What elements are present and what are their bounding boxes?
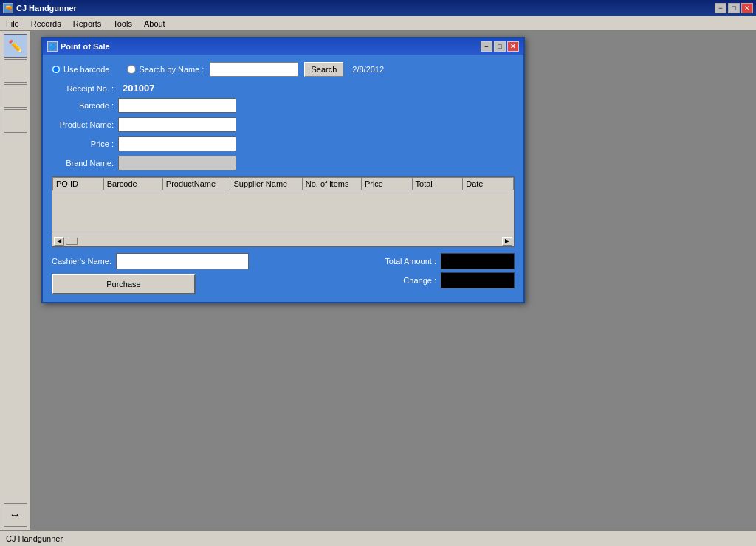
name-radio-label[interactable]: Search by Name : <box>127 65 204 74</box>
menu-file[interactable]: File <box>0 18 25 30</box>
cashier-input[interactable] <box>116 253 249 269</box>
purchase-table: PO ID Barcode ProductName Supplier Name … <box>52 177 514 190</box>
menu-about[interactable]: About <box>138 18 171 30</box>
scroll-thumb[interactable] <box>66 238 78 245</box>
date-display: 2/8/2012 <box>352 65 384 74</box>
col-date: Date <box>463 178 514 190</box>
brand-name-input[interactable] <box>118 156 236 170</box>
title-bar-buttons: − □ ✕ <box>715 3 753 13</box>
dialog-icon: 🔷 <box>47 41 58 52</box>
col-supplier-name: Supplier Name <box>230 178 302 190</box>
bottom-left: Cashier's Name: Purchase <box>52 253 368 294</box>
app-title: CJ Handgunner <box>16 4 712 13</box>
sidebar-btn-edit[interactable]: ✏️ <box>4 34 27 58</box>
close-button[interactable]: ✕ <box>741 3 753 13</box>
app-icon: 🔫 <box>3 3 13 13</box>
col-barcode: Barcode <box>103 178 162 190</box>
minimize-button[interactable]: − <box>715 3 726 13</box>
product-name-input[interactable] <box>118 117 236 132</box>
dialog-minimize-btn[interactable]: − <box>481 41 492 52</box>
menu-records[interactable]: Records <box>25 18 67 30</box>
status-text: CJ Handgunner <box>6 534 63 543</box>
dialog-title-bar: 🔷 Point of Sale − □ ✕ <box>43 38 523 55</box>
change-field <box>441 272 515 288</box>
scroll-left-arrow[interactable]: ◀ <box>54 237 64 246</box>
app-title-bar: 🔫 CJ Handgunner − □ ✕ <box>0 0 756 16</box>
barcode-label: Barcode : <box>52 101 118 110</box>
receipt-label: Receipt No. : <box>52 84 118 93</box>
total-amount-field <box>441 253 515 269</box>
dialog-title: Point of Sale <box>61 42 478 51</box>
search-name-input[interactable] <box>210 62 298 77</box>
price-input[interactable] <box>118 136 236 151</box>
col-num-items: No. of items <box>302 178 361 190</box>
scroll-right-arrow[interactable]: ▶ <box>502 237 512 246</box>
sidebar-btn-4[interactable]: ↔ <box>4 503 27 527</box>
brand-name-label: Brand Name: <box>52 159 118 167</box>
product-name-row: Product Name: <box>52 117 515 132</box>
sidebar-btn-3[interactable] <box>4 109 27 133</box>
receipt-row: Receipt No. : 201007 <box>52 83 515 94</box>
total-amount-label: Total Amount : <box>374 257 436 266</box>
barcode-radio-label[interactable]: Use barcode <box>52 65 109 74</box>
bottom-area: Cashier's Name: Purchase Total Amount : … <box>52 253 515 294</box>
table-scrollbar[interactable]: ◀ ▶ <box>52 235 514 246</box>
search-button[interactable]: Search <box>304 62 343 77</box>
desktop: 🔷 Point of Sale − □ ✕ Use barcode <box>31 31 756 530</box>
name-radio-text: Search by Name : <box>139 65 204 74</box>
menu-tools[interactable]: Tools <box>107 18 138 30</box>
barcode-radio[interactable] <box>52 65 61 74</box>
dialog-close-btn[interactable]: ✕ <box>507 41 519 52</box>
table-scroll-area <box>52 190 514 235</box>
dialog-title-buttons: − □ ✕ <box>481 41 519 52</box>
col-product-name: ProductName <box>162 178 230 190</box>
total-amount-row: Total Amount : <box>374 253 515 269</box>
receipt-value: 201007 <box>123 83 154 94</box>
maximize-button[interactable]: □ <box>728 3 740 13</box>
col-price: Price <box>361 178 412 190</box>
menu-bar: File Records Reports Tools About <box>0 16 756 31</box>
change-row: Change : <box>374 272 515 288</box>
name-radio[interactable] <box>127 65 136 74</box>
barcode-row: Barcode : <box>52 98 515 113</box>
point-of-sale-dialog: 🔷 Point of Sale − □ ✕ Use barcode <box>41 37 525 303</box>
price-row: Price : <box>52 136 515 151</box>
purchase-table-container: PO ID Barcode ProductName Supplier Name … <box>52 176 515 247</box>
sidebar-btn-1[interactable] <box>4 59 27 83</box>
change-label: Change : <box>374 276 436 285</box>
search-options-row: Use barcode Search by Name : Search 2/8/… <box>52 62 515 77</box>
purchase-button[interactable]: Purchase <box>52 274 196 294</box>
cashier-label: Cashier's Name: <box>52 257 111 266</box>
col-po-id: PO ID <box>53 178 104 190</box>
price-label: Price : <box>52 139 118 148</box>
status-bar: CJ Handgunner <box>0 530 756 546</box>
dialog-maximize-btn[interactable]: □ <box>494 41 506 52</box>
cashier-row: Cashier's Name: <box>52 253 368 269</box>
barcode-radio-text: Use barcode <box>63 65 109 74</box>
menu-reports[interactable]: Reports <box>67 18 108 30</box>
dialog-content: Use barcode Search by Name : Search 2/8/… <box>43 55 523 302</box>
brand-name-row: Brand Name: <box>52 156 515 170</box>
barcode-input[interactable] <box>118 98 236 113</box>
sidebar: ✏️ ↔ <box>0 31 31 530</box>
col-total: Total <box>412 178 463 190</box>
sidebar-btn-2[interactable] <box>4 84 27 108</box>
bottom-right: Total Amount : Change : <box>374 253 515 288</box>
product-name-label: Product Name: <box>52 120 118 129</box>
main-area: ✏️ ↔ 🔷 Point of Sale − □ ✕ <box>0 31 756 530</box>
